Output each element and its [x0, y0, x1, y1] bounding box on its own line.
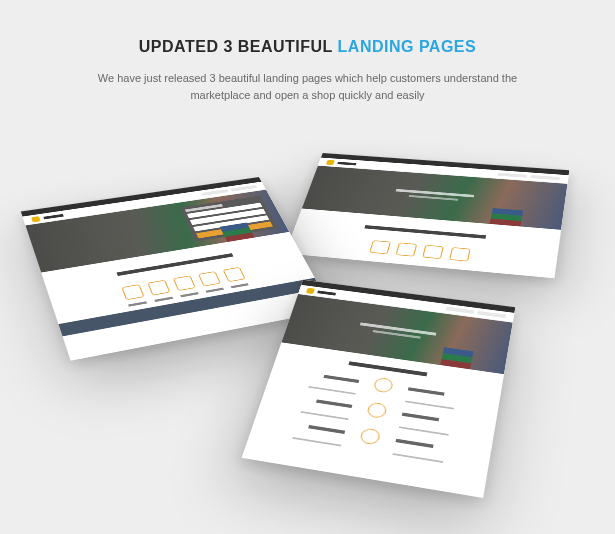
- feature-circle-icon: [359, 427, 381, 445]
- promo-title: UPDATED 3 BEAUTIFUL LANDING PAGES: [0, 38, 615, 56]
- feature-subtext: [300, 411, 348, 420]
- landing-page-mockup-2: [285, 153, 570, 278]
- feature-text: [402, 413, 439, 422]
- register-form: [180, 196, 278, 242]
- hero-title: [360, 322, 437, 335]
- logo-icon: [326, 160, 335, 165]
- brand-label: [337, 161, 356, 165]
- promo-header: UPDATED 3 BEAUTIFUL LANDING PAGES We hav…: [0, 0, 615, 103]
- feature-subtext: [405, 401, 454, 410]
- brand-label: [43, 214, 63, 219]
- feature-icon: [396, 242, 418, 256]
- feature-circle-icon: [373, 377, 394, 394]
- feature-icon: [121, 284, 144, 300]
- feature-text: [308, 425, 345, 434]
- feature-icon: [422, 245, 444, 259]
- feature-icon: [198, 271, 221, 286]
- feature-icon: [369, 240, 391, 254]
- feature-icon: [449, 247, 471, 261]
- feature-subtext: [308, 386, 355, 395]
- brand-label: [317, 290, 336, 295]
- hero-title: [396, 189, 475, 198]
- feature-subtext: [399, 426, 449, 435]
- logo-icon: [306, 287, 315, 293]
- feature-text: [408, 387, 445, 395]
- title-dark-part: UPDATED 3 BEAUTIFUL: [139, 38, 338, 55]
- feature-icon: [147, 280, 170, 296]
- title-accent-part: LANDING PAGES: [338, 38, 477, 55]
- feature-icon: [223, 267, 246, 282]
- feature-icon: [173, 275, 196, 291]
- feature-text: [323, 375, 359, 383]
- promo-subtitle: We have just released 3 beautiful landin…: [78, 70, 538, 103]
- feature-subtext: [292, 437, 341, 446]
- logo-icon: [31, 216, 41, 222]
- feature-text: [395, 439, 433, 448]
- feature-grid: [251, 362, 501, 470]
- mockup-stage: [0, 123, 615, 523]
- feature-text: [316, 399, 352, 408]
- feature-circle-icon: [366, 402, 388, 419]
- feature-subtext: [392, 453, 443, 463]
